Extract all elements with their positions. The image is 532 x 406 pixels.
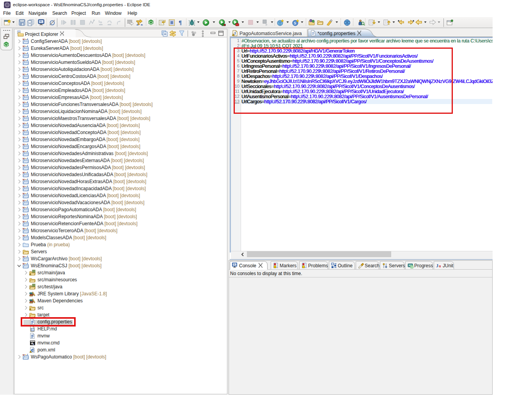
svg-text:M: M (23, 171, 25, 174)
svg-text:M: M (23, 199, 25, 202)
svg-text:M: M (23, 150, 25, 153)
svg-text:M: M (23, 143, 25, 146)
svg-text:J: J (27, 228, 28, 229)
svg-text:J: J (27, 73, 28, 75)
svg-text:w: w (32, 328, 33, 331)
svg-text:M: M (23, 235, 25, 237)
svg-text:M: M (23, 129, 25, 132)
svg-text:M: M (23, 207, 25, 209)
svg-text:M: M (23, 52, 25, 55)
svg-text:M: M (23, 164, 25, 167)
svg-text:M: M (23, 354, 25, 356)
svg-text:J: J (27, 171, 28, 173)
svg-text:J: J (27, 94, 28, 96)
svg-text:M: M (23, 214, 25, 216)
svg-text:J: J (27, 192, 28, 194)
svg-text:J: J (27, 199, 28, 201)
svg-text:J: J (27, 207, 28, 208)
svg-text:J: J (27, 80, 28, 82)
svg-text:M: M (23, 108, 25, 111)
svg-text:M: M (23, 115, 25, 118)
svg-text:M: M (23, 59, 25, 62)
svg-text:M: M (23, 66, 25, 69)
svg-text:J: J (27, 256, 28, 258)
svg-text:J: J (27, 178, 28, 180)
svg-text:M: M (23, 221, 25, 223)
svg-text:M: M (23, 38, 25, 41)
svg-text:J: J (27, 101, 28, 103)
svg-text:M: M (23, 73, 25, 76)
svg-text:M: M (23, 157, 25, 160)
svg-text:J: J (27, 52, 28, 54)
svg-text:J: J (27, 87, 28, 89)
svg-text:M: M (23, 80, 25, 83)
svg-text:M: M (23, 122, 25, 125)
svg-text:J: J (27, 150, 28, 152)
svg-text:J: J (27, 136, 28, 138)
svg-text:M: M (23, 192, 25, 195)
svg-text:M: M (23, 185, 25, 188)
svg-text:M: M (23, 136, 25, 139)
svg-text:J: J (27, 221, 28, 222)
svg-text:J: J (27, 263, 28, 265)
svg-text:J: J (27, 185, 28, 187)
svg-text:J: J (27, 157, 28, 159)
svg-text:J: J (27, 45, 28, 47)
svg-text:J: J (27, 66, 28, 68)
svg-text:M: M (23, 178, 25, 181)
svg-text:S: S (294, 21, 296, 25)
svg-text:J: J (27, 143, 28, 145)
svg-text:J: J (27, 122, 28, 124)
svg-text:u: u (439, 264, 441, 268)
svg-text:J: J (27, 108, 28, 110)
svg-text:M: M (23, 45, 25, 48)
svg-text:J: J (27, 129, 28, 131)
svg-text:J: J (27, 214, 28, 215)
svg-text:M: M (23, 256, 25, 258)
svg-text:J: J (27, 59, 28, 61)
svg-text:J: J (27, 38, 28, 40)
svg-text:¶: ¶ (179, 19, 182, 26)
svg-text:M: M (23, 94, 25, 97)
svg-text:M: M (23, 263, 25, 265)
svg-text:M: M (23, 87, 25, 90)
svg-text:J: J (234, 31, 236, 35)
svg-text:M: M (23, 228, 25, 230)
svg-text:J: J (436, 263, 438, 268)
svg-text:M: M (23, 101, 25, 104)
svg-text:J: J (27, 235, 28, 237)
svg-text:J: J (27, 164, 28, 166)
svg-text:J: J (27, 115, 28, 117)
svg-text:M: M (32, 349, 34, 351)
svg-text:J: J (27, 354, 28, 356)
